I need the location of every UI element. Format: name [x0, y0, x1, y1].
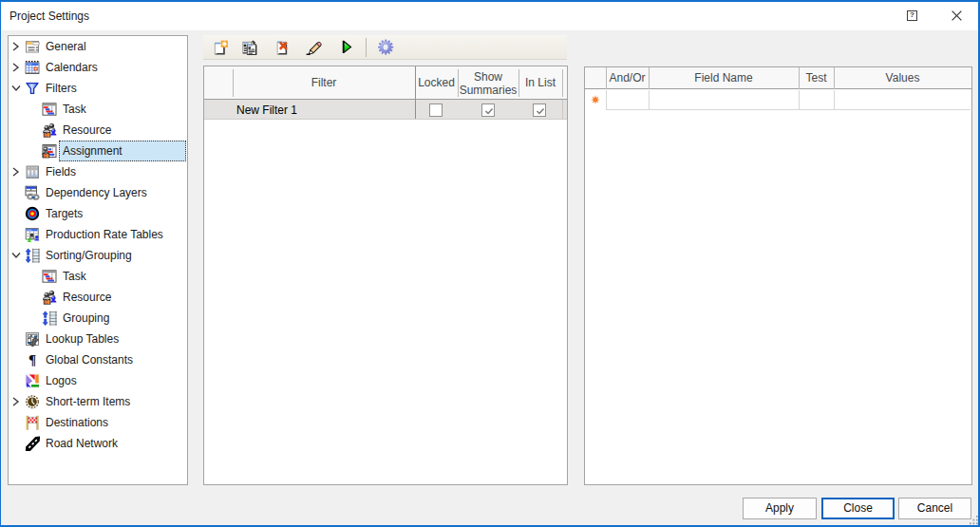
svg-text:¶: ¶ [28, 352, 36, 367]
